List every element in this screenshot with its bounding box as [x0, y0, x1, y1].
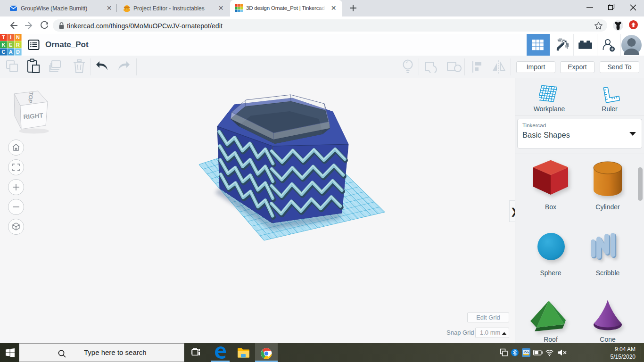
svg-text:N: N	[16, 34, 20, 40]
svg-text:K: K	[1, 42, 5, 48]
svg-text:D: D	[16, 49, 20, 55]
svg-text:T: T	[2, 34, 5, 40]
svg-text:C: C	[1, 49, 5, 55]
svg-text:R: R	[16, 42, 20, 48]
svg-text:I: I	[10, 34, 11, 40]
svg-text:A: A	[9, 49, 13, 55]
svg-text:E: E	[9, 42, 12, 48]
